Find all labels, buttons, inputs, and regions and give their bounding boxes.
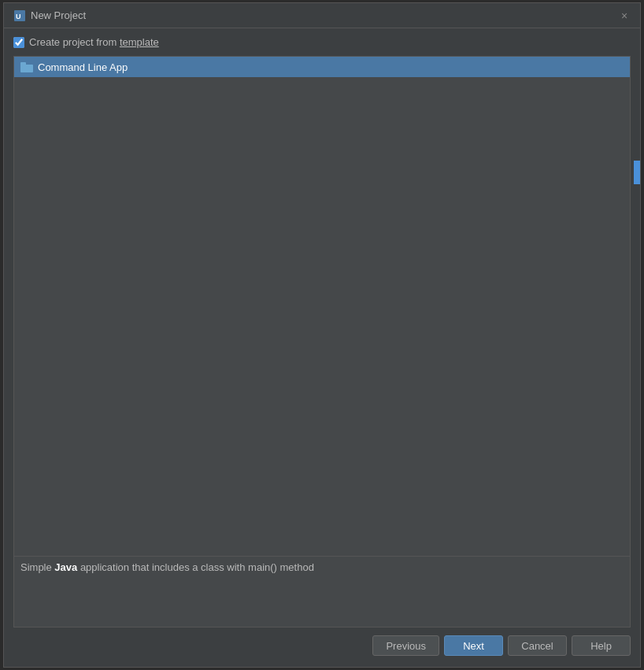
sidebar-accent [634, 161, 640, 184]
description-area: Simple Java application that includes a … [13, 557, 631, 627]
checkbox-label: Create project from template [29, 36, 159, 48]
help-button[interactable]: Help [572, 635, 631, 656]
title-bar: U New Project × [4, 3, 640, 28]
title-bar-left: U New Project [13, 9, 86, 22]
window-title: New Project [31, 9, 86, 21]
new-project-dialog: U New Project × Create project from temp… [3, 2, 641, 668]
previous-button[interactable]: Previous [372, 635, 439, 656]
template-list[interactable]: Command Line App [13, 56, 631, 557]
dialog-body: Create project from template Command Lin… [4, 28, 640, 667]
next-button[interactable]: Next [444, 635, 503, 656]
template-item-command-line-app[interactable]: Command Line App [14, 57, 630, 77]
app-icon: U [13, 9, 26, 22]
create-from-template-checkbox[interactable] [13, 37, 24, 48]
checkbox-row: Create project from template [13, 36, 631, 48]
svg-text:U: U [16, 13, 21, 20]
cancel-button[interactable]: Cancel [508, 635, 567, 656]
template-item-label: Command Line App [38, 61, 128, 73]
folder-icon [20, 61, 33, 73]
button-row: Previous Next Cancel Help [13, 627, 631, 659]
close-button[interactable]: × [618, 9, 631, 22]
content-area: Command Line App Simple Java application… [13, 56, 631, 627]
